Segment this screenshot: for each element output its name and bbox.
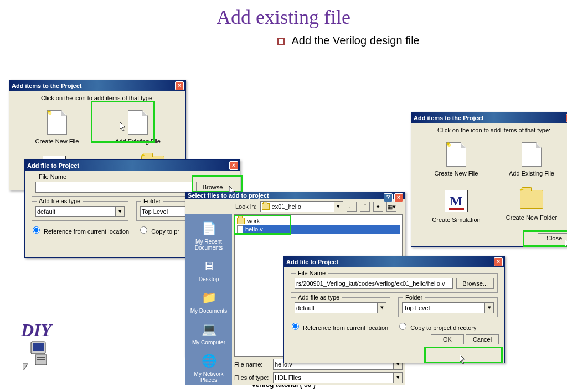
new-folder-icon[interactable]: ✦ xyxy=(373,202,383,212)
instruction-text: Click on the icon to add items of that t… xyxy=(417,127,567,133)
new-file-icon xyxy=(446,142,466,167)
browse-button[interactable]: Browse xyxy=(196,182,229,193)
sidebar-mycomp[interactable]: 💻My Computer xyxy=(188,318,230,348)
places-sidebar: 📄My Recent Documents 🖥Desktop 📁My Docume… xyxy=(185,214,232,385)
lookin-label: Look in: xyxy=(235,203,257,210)
ok-button[interactable]: OK xyxy=(431,334,464,344)
recent-icon: 📄 xyxy=(200,220,218,238)
filetype-combo[interactable] xyxy=(273,372,394,383)
folder-input[interactable] xyxy=(402,302,485,313)
filename-legend: File Name xyxy=(37,173,69,180)
diy-badge: DIY xyxy=(21,320,82,372)
folder-icon xyxy=(237,218,245,224)
window-title: Select files to add to project xyxy=(188,192,269,199)
add-items-dialog-2: Add items to the Project × Click on the … xyxy=(411,112,567,247)
mydocs-icon: 📁 xyxy=(200,289,218,307)
create-new-file-item[interactable]: Create New File xyxy=(27,107,87,148)
create-simulation-item[interactable]: Create Simulation xyxy=(426,184,487,226)
reference-radio[interactable]: Reference from current location xyxy=(290,323,388,331)
slide-subtitle: Add the Verilog design file xyxy=(277,34,420,47)
new-file-icon xyxy=(47,110,67,135)
filename-legend: File Name xyxy=(296,270,328,276)
titlebar: Add items to the Project × xyxy=(411,112,567,123)
copy-radio[interactable]: Copy to project directory xyxy=(397,323,476,331)
close-icon[interactable]: × xyxy=(175,81,184,90)
bullet-icon xyxy=(277,38,285,45)
add-as-type-fieldset: Add file as type ▾ xyxy=(291,297,390,317)
dropdown-icon[interactable]: ▾ xyxy=(378,302,386,313)
mycomp-icon: 💻 xyxy=(200,321,218,338)
up-icon[interactable]: ⮥ xyxy=(360,202,370,212)
folder-legend: Folder xyxy=(141,198,163,204)
create-new-file-item[interactable]: Create New File xyxy=(426,139,487,180)
folder-fieldset: Folder ▾ xyxy=(398,297,498,317)
reference-radio[interactable]: Reference from current location xyxy=(30,226,129,235)
close-button[interactable]: Close xyxy=(538,233,567,243)
close-icon[interactable]: × xyxy=(494,257,503,266)
file-icon xyxy=(237,225,243,233)
lookin-value: ex01_hello xyxy=(272,203,301,210)
slide-title: Add existing file xyxy=(217,6,350,29)
svg-rect-4 xyxy=(37,359,45,360)
add-existing-label: Add Existing File xyxy=(107,138,168,145)
window-title: Add items to the Project xyxy=(12,82,82,89)
sidebar-label: Desktop xyxy=(199,276,219,282)
add-as-input[interactable] xyxy=(295,302,378,313)
filename-label: File name: xyxy=(234,361,270,368)
create-new-label: Create New File xyxy=(27,138,87,145)
create-folder-label: Create New Folder xyxy=(501,214,562,221)
svg-rect-3 xyxy=(37,357,45,358)
back-icon[interactable]: ← xyxy=(347,202,357,212)
cancel-button[interactable]: Cancel xyxy=(466,334,499,344)
sidebar-recent[interactable]: 📄My Recent Documents xyxy=(188,218,230,253)
close-icon[interactable]: × xyxy=(229,161,238,170)
add-existing-file-item[interactable]: Add Existing File xyxy=(107,107,168,148)
sidebar-label: My Computer xyxy=(192,339,225,345)
help-icon[interactable]: ? xyxy=(384,193,393,202)
create-folder-item[interactable]: Create New Folder xyxy=(501,184,562,226)
sidebar-label: My Documents xyxy=(190,308,228,314)
lookin-combo[interactable]: ex01_hello xyxy=(260,201,334,212)
ref-label: Reference from current location xyxy=(303,324,388,331)
filename-input[interactable] xyxy=(35,182,193,193)
filetype-label: Files of type: xyxy=(234,374,270,381)
sidebar-label: My Network Places xyxy=(194,371,224,383)
titlebar: Add file to Project × xyxy=(25,160,240,171)
sidebar-network[interactable]: 🌐My Network Places xyxy=(188,350,230,385)
copy-radio[interactable]: Copy to pr xyxy=(138,226,179,235)
ref-label: Reference from current location xyxy=(44,228,129,235)
browse-button[interactable]: Browse... xyxy=(456,278,494,289)
window-title: Add file to Project xyxy=(27,162,79,169)
computer-icon xyxy=(23,341,50,372)
views-icon[interactable]: ▦▾ xyxy=(386,202,396,212)
network-icon: 🌐 xyxy=(200,352,218,370)
close-icon[interactable]: × xyxy=(394,193,403,202)
existing-file-icon xyxy=(128,110,148,135)
folder-legend: Folder xyxy=(403,294,425,301)
subtitle-text: Add the Verilog design file xyxy=(291,34,419,47)
svg-rect-1 xyxy=(33,343,44,351)
add-as-legend: Add file as type xyxy=(296,294,342,301)
list-item[interactable]: work xyxy=(237,217,400,225)
dropdown-icon[interactable]: ▾ xyxy=(334,201,343,212)
sidebar-desktop[interactable]: 🖥Desktop xyxy=(188,255,230,285)
sidebar-mydocs[interactable]: 📁My Documents xyxy=(188,287,230,316)
file-name: hello.v xyxy=(245,226,263,233)
dropdown-icon[interactable]: ▾ xyxy=(394,372,403,383)
dropdown-icon[interactable]: ▾ xyxy=(116,206,125,217)
add-file-dialog-2: Add file to Project × File Name Browse..… xyxy=(284,256,505,363)
add-existing-file-item[interactable]: Add Existing File xyxy=(501,139,562,180)
create-new-label: Create New File xyxy=(426,170,487,177)
list-item[interactable]: hello.v xyxy=(237,225,400,234)
existing-file-icon xyxy=(522,142,542,167)
dropdown-icon[interactable]: ▾ xyxy=(485,302,494,313)
filename-input[interactable] xyxy=(295,278,453,289)
new-folder-icon xyxy=(520,190,543,209)
add-as-legend: Add file as type xyxy=(37,198,83,204)
sidebar-label: My Recent Documents xyxy=(195,239,223,251)
window-title: Add items to the Project xyxy=(414,115,484,121)
svg-rect-5 xyxy=(23,364,28,369)
add-as-input[interactable] xyxy=(35,206,116,217)
create-sim-label: Create Simulation xyxy=(426,216,487,223)
add-existing-label: Add Existing File xyxy=(501,170,562,177)
